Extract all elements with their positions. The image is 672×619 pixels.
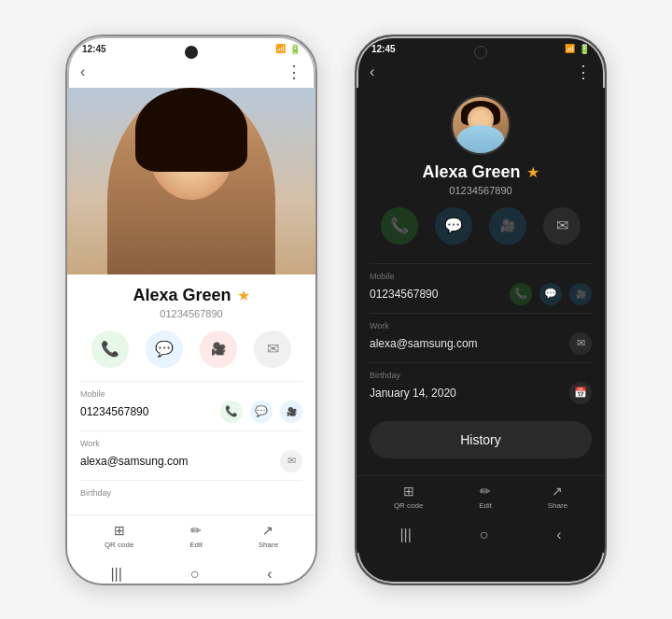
share-button-dark[interactable]: ↗ Share — [548, 484, 567, 510]
work-value-row-dark: alexa@samsung.com ✉ — [370, 332, 592, 355]
contact-section-dark: Mobile 01234567890 📞 💬 🎥 Work alexa@sams… — [357, 252, 605, 475]
mail-button-light[interactable]: ✉ — [254, 331, 291, 368]
hero-photo — [67, 88, 315, 274]
mobile-msg-icon[interactable]: 💬 — [250, 401, 273, 423]
back-nav-light[interactable]: ‹ — [267, 566, 272, 583]
work-email-light: alexa@samsung.com — [80, 455, 189, 468]
share-label-light: Share — [259, 541, 278, 549]
avatar-body — [457, 125, 504, 153]
qr-label-light: QR code — [105, 541, 134, 549]
birthday-row-dark: Birthday January 14, 2020 📅 — [370, 362, 592, 412]
history-button-dark[interactable]: History — [370, 421, 592, 458]
contact-name-light: Alexa Green — [133, 286, 231, 305]
hair — [135, 88, 247, 172]
edit-button-dark[interactable]: ✏ Edit — [479, 484, 492, 510]
favorite-star-dark[interactable]: ★ — [526, 163, 539, 181]
qr-code-button-light[interactable]: ⊞ QR code — [105, 523, 134, 549]
top-bar-light: ‹ ⋮ — [67, 58, 315, 88]
battery-icon: 🔋 — [289, 44, 301, 54]
more-icon-dark[interactable]: ⋮ — [575, 62, 592, 82]
nav-bar-light: ||| ○ ‹ — [67, 556, 315, 585]
contact-phone-dark: 01234567890 — [449, 185, 511, 196]
work-row-dark: Work alexa@samsung.com ✉ — [370, 313, 592, 362]
mobile-number-dark: 01234567890 — [370, 288, 438, 301]
bottom-toolbar-light: ⊞ QR code ✏ Edit ↗ Share — [67, 514, 315, 556]
back-icon[interactable]: ‹ — [80, 63, 85, 80]
message-button-dark[interactable]: 💬 — [435, 207, 472, 245]
work-mail-dark[interactable]: ✉ — [569, 332, 592, 355]
work-email-dark: alexa@samsung.com — [370, 337, 478, 350]
contact-section-light: Alexa Green ★ 01234567890 📞 💬 🎥 ✉ Mobile… — [67, 274, 315, 514]
contact-name-dark: Alexa Green — [422, 162, 520, 182]
edit-icon-dark: ✏ — [480, 484, 491, 499]
work-row-light: Work alexa@samsung.com ✉ — [80, 430, 302, 480]
mobile-video-dark[interactable]: 🎥 — [569, 283, 592, 305]
mobile-label-dark: Mobile — [370, 272, 592, 281]
dark-top-section: Alexa Green ★ 01234567890 📞 💬 🎥 ✉ — [357, 88, 605, 252]
mobile-row-dark: Mobile 01234567890 📞 💬 🎥 — [370, 263, 592, 313]
dark-phone: 12:45 📶 🔋 ‹ ⋮ Alexa Green ★ 01234567890 … — [355, 35, 607, 585]
avatar-dark — [451, 95, 511, 155]
mobile-call-dark[interactable]: 📞 — [510, 283, 532, 305]
camera-notch-dark — [474, 46, 487, 59]
camera-notch — [185, 46, 198, 59]
work-action-icons: ✉ — [280, 450, 302, 472]
call-button-light[interactable]: 📞 — [91, 331, 129, 368]
qr-icon-light: ⊞ — [114, 523, 125, 538]
work-label-dark: Work — [370, 321, 592, 331]
edit-label-dark: Edit — [479, 501, 492, 510]
qr-icon-dark: ⊞ — [403, 484, 414, 499]
mobile-msg-dark[interactable]: 💬 — [539, 283, 562, 305]
birthday-label-light: Birthday — [80, 488, 302, 498]
share-label-dark: Share — [548, 501, 567, 510]
edit-icon-light: ✏ — [190, 523, 202, 538]
signal-icon-dark: 📶 — [565, 44, 575, 53]
mobile-row-light: Mobile 01234567890 📞 💬 🎥 — [80, 381, 302, 430]
edit-button-light[interactable]: ✏ Edit — [189, 523, 203, 549]
mobile-value-row-dark: 01234567890 📞 💬 🎥 — [370, 283, 592, 305]
work-mail-icon[interactable]: ✉ — [280, 450, 302, 472]
home-nav-dark[interactable]: ○ — [480, 527, 489, 543]
birthday-icons-dark: 📅 — [569, 382, 592, 404]
work-label-light: Work — [80, 439, 302, 448]
message-button-light[interactable]: 💬 — [146, 331, 183, 368]
recent-nav-light[interactable]: ||| — [110, 566, 121, 583]
mobile-label-light: Mobile — [80, 389, 302, 399]
birthday-row-light: Birthday — [80, 480, 302, 507]
status-icons: 📶 🔋 — [275, 44, 301, 54]
mobile-action-icons: 📞 💬 🎥 — [220, 401, 302, 423]
share-button-light[interactable]: ↗ Share — [259, 523, 278, 549]
work-value-row: alexa@samsung.com ✉ — [80, 450, 302, 472]
recent-nav-dark[interactable]: ||| — [399, 527, 411, 543]
nav-bar-dark: ||| ○ ‹ — [357, 517, 605, 553]
video-button-dark[interactable]: 🎥 — [489, 207, 526, 245]
mobile-call-icon[interactable]: 📞 — [220, 401, 243, 423]
more-icon[interactable]: ⋮ — [286, 62, 302, 82]
birthday-label-dark: Birthday — [370, 371, 592, 380]
video-button-light[interactable]: 🎥 — [200, 331, 237, 368]
work-icons-dark: ✉ — [569, 332, 592, 355]
status-icons-dark: 📶 🔋 — [565, 44, 590, 54]
favorite-star-light[interactable]: ★ — [237, 287, 250, 304]
mail-button-dark[interactable]: ✉ — [543, 207, 581, 245]
qr-label-dark: QR code — [394, 501, 424, 510]
birthday-cal-dark[interactable]: 📅 — [569, 382, 592, 404]
mobile-number-light: 01234567890 — [80, 405, 148, 418]
light-phone: 12:45 📶 🔋 ‹ ⋮ Alexa Green ★ 01234567890 … — [65, 35, 317, 585]
qr-code-button-dark[interactable]: ⊞ QR code — [394, 484, 424, 510]
edit-label-light: Edit — [189, 541, 203, 549]
back-icon-dark[interactable]: ‹ — [370, 63, 374, 80]
action-buttons-dark: 📞 💬 🎥 ✉ — [381, 207, 581, 245]
contact-phone-light: 01234567890 — [80, 308, 302, 319]
mobile-video-icon[interactable]: 🎥 — [280, 401, 302, 423]
contact-name-row: Alexa Green ★ — [80, 286, 302, 305]
battery-icon-dark: 🔋 — [579, 44, 590, 54]
call-button-dark[interactable]: 📞 — [381, 207, 418, 245]
birthday-value-row-dark: January 14, 2020 📅 — [370, 382, 592, 404]
share-icon-light: ↗ — [262, 523, 273, 538]
home-nav-light[interactable]: ○ — [190, 566, 200, 583]
status-time-dark: 12:45 — [371, 44, 396, 54]
back-nav-dark[interactable]: ‹ — [556, 527, 561, 543]
bottom-toolbar-dark: ⊞ QR code ✏ Edit ↗ Share — [357, 475, 605, 517]
contact-name-row-dark: Alexa Green ★ — [422, 162, 539, 182]
